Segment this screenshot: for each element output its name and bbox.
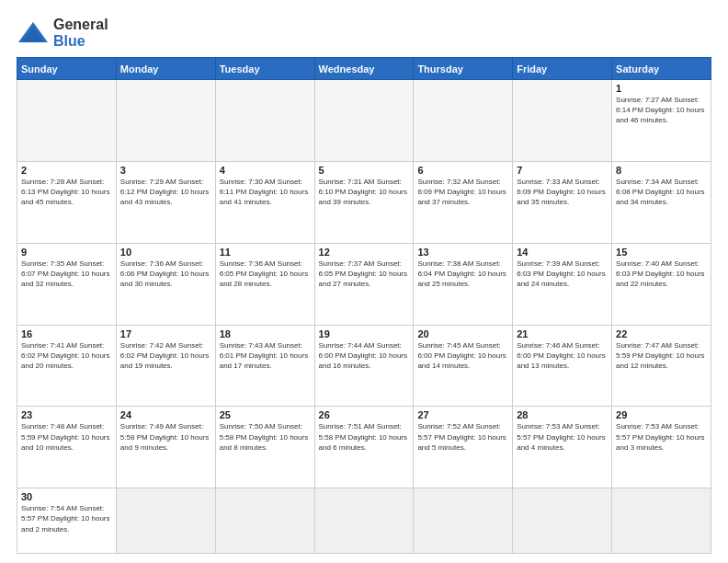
table-row: 23Sunrise: 7:48 AM Sunset: 5:59 PM Dayli… (17, 407, 117, 488)
day-number: 5 (319, 165, 410, 176)
table-row (513, 80, 612, 162)
table-row (215, 488, 314, 554)
table-row: 1Sunrise: 7:27 AM Sunset: 6:14 PM Daylig… (612, 80, 711, 162)
table-row: 25Sunrise: 7:50 AM Sunset: 5:58 PM Dayli… (215, 407, 314, 488)
day-number: 29 (616, 409, 707, 420)
day-info: Sunrise: 7:36 AM Sunset: 6:05 PM Dayligh… (220, 259, 311, 290)
table-row: 16Sunrise: 7:41 AM Sunset: 6:02 PM Dayli… (17, 325, 117, 407)
day-info: Sunrise: 7:54 AM Sunset: 5:57 PM Dayligh… (21, 503, 112, 534)
day-info: Sunrise: 7:43 AM Sunset: 6:01 PM Dayligh… (220, 340, 311, 372)
day-number: 22 (616, 328, 707, 339)
day-number: 21 (517, 328, 608, 339)
week-row: 1Sunrise: 7:27 AM Sunset: 6:14 PM Daylig… (17, 80, 711, 162)
logo-icon (17, 20, 50, 46)
day-info: Sunrise: 7:48 AM Sunset: 5:59 PM Dayligh… (21, 421, 112, 453)
table-row: 17Sunrise: 7:42 AM Sunset: 6:02 PM Dayli… (116, 325, 215, 407)
col-wednesday: Wednesday (314, 58, 414, 80)
day-info: Sunrise: 7:34 AM Sunset: 6:08 PM Dayligh… (616, 177, 707, 208)
table-row: 13Sunrise: 7:38 AM Sunset: 6:04 PM Dayli… (414, 243, 513, 325)
day-number: 16 (21, 328, 112, 339)
table-row: 22Sunrise: 7:47 AM Sunset: 5:59 PM Dayli… (612, 325, 711, 407)
table-row: 12Sunrise: 7:37 AM Sunset: 6:05 PM Dayli… (314, 243, 414, 325)
calendar-table: Sunday Monday Tuesday Wednesday Thursday… (17, 57, 711, 554)
day-info: Sunrise: 7:52 AM Sunset: 5:57 PM Dayligh… (417, 421, 508, 453)
day-number: 12 (319, 247, 410, 258)
logo: General Blue (17, 17, 108, 50)
day-number: 19 (319, 328, 410, 339)
day-info: Sunrise: 7:27 AM Sunset: 6:14 PM Dayligh… (616, 95, 707, 126)
day-number: 23 (21, 409, 112, 420)
table-row (513, 488, 612, 554)
page: General Blue Sunday Monday Tuesday Wedne… (0, 0, 728, 563)
day-number: 8 (616, 165, 707, 176)
day-info: Sunrise: 7:32 AM Sunset: 6:09 PM Dayligh… (417, 177, 508, 208)
day-info: Sunrise: 7:47 AM Sunset: 5:59 PM Dayligh… (616, 340, 707, 372)
table-row: 29Sunrise: 7:53 AM Sunset: 5:57 PM Dayli… (612, 407, 711, 488)
day-info: Sunrise: 7:46 AM Sunset: 6:00 PM Dayligh… (517, 340, 608, 372)
col-friday: Friday (513, 58, 612, 80)
day-number: 10 (120, 247, 211, 258)
table-row (116, 488, 215, 554)
table-row: 19Sunrise: 7:44 AM Sunset: 6:00 PM Dayli… (314, 325, 414, 407)
logo-text: General Blue (53, 17, 108, 50)
table-row: 30Sunrise: 7:54 AM Sunset: 5:57 PM Dayli… (17, 488, 117, 554)
day-info: Sunrise: 7:53 AM Sunset: 5:57 PM Dayligh… (616, 421, 707, 453)
col-saturday: Saturday (612, 58, 711, 80)
table-row (314, 80, 414, 162)
day-number: 28 (517, 409, 608, 420)
day-info: Sunrise: 7:42 AM Sunset: 6:02 PM Dayligh… (120, 340, 211, 372)
table-row: 8Sunrise: 7:34 AM Sunset: 6:08 PM Daylig… (612, 161, 711, 243)
table-row: 6Sunrise: 7:32 AM Sunset: 6:09 PM Daylig… (414, 161, 513, 243)
table-row (414, 488, 513, 554)
day-info: Sunrise: 7:30 AM Sunset: 6:11 PM Dayligh… (220, 177, 311, 208)
day-number: 13 (417, 247, 508, 258)
table-row: 2Sunrise: 7:28 AM Sunset: 6:13 PM Daylig… (17, 161, 117, 243)
table-row: 3Sunrise: 7:29 AM Sunset: 6:12 PM Daylig… (116, 161, 215, 243)
table-row: 26Sunrise: 7:51 AM Sunset: 5:58 PM Dayli… (314, 407, 414, 488)
day-info: Sunrise: 7:44 AM Sunset: 6:00 PM Dayligh… (319, 340, 410, 372)
table-row: 15Sunrise: 7:40 AM Sunset: 6:03 PM Dayli… (612, 243, 711, 325)
week-row: 9Sunrise: 7:35 AM Sunset: 6:07 PM Daylig… (17, 243, 711, 325)
day-number: 17 (120, 328, 211, 339)
day-number: 14 (517, 247, 608, 258)
table-row: 9Sunrise: 7:35 AM Sunset: 6:07 PM Daylig… (17, 243, 117, 325)
day-info: Sunrise: 7:49 AM Sunset: 5:58 PM Dayligh… (120, 421, 211, 453)
col-sunday: Sunday (17, 58, 117, 80)
table-row (215, 80, 314, 162)
table-row: 7Sunrise: 7:33 AM Sunset: 6:09 PM Daylig… (513, 161, 612, 243)
day-info: Sunrise: 7:39 AM Sunset: 6:03 PM Dayligh… (517, 259, 608, 290)
day-number: 20 (417, 328, 508, 339)
table-row: 27Sunrise: 7:52 AM Sunset: 5:57 PM Dayli… (414, 407, 513, 488)
day-number: 26 (319, 409, 410, 420)
day-info: Sunrise: 7:35 AM Sunset: 6:07 PM Dayligh… (21, 259, 112, 290)
day-info: Sunrise: 7:38 AM Sunset: 6:04 PM Dayligh… (417, 259, 508, 290)
table-row: 11Sunrise: 7:36 AM Sunset: 6:05 PM Dayli… (215, 243, 314, 325)
table-row: 18Sunrise: 7:43 AM Sunset: 6:01 PM Dayli… (215, 325, 314, 407)
table-row: 28Sunrise: 7:53 AM Sunset: 5:57 PM Dayli… (513, 407, 612, 488)
day-info: Sunrise: 7:50 AM Sunset: 5:58 PM Dayligh… (220, 421, 311, 453)
table-row: 20Sunrise: 7:45 AM Sunset: 6:00 PM Dayli… (414, 325, 513, 407)
table-row (414, 80, 513, 162)
day-number: 11 (220, 247, 311, 258)
day-info: Sunrise: 7:41 AM Sunset: 6:02 PM Dayligh… (21, 340, 112, 372)
day-info: Sunrise: 7:31 AM Sunset: 6:10 PM Dayligh… (319, 177, 410, 208)
week-row: 2Sunrise: 7:28 AM Sunset: 6:13 PM Daylig… (17, 161, 711, 243)
table-row: 10Sunrise: 7:36 AM Sunset: 6:06 PM Dayli… (116, 243, 215, 325)
header: General Blue (17, 17, 711, 50)
day-info: Sunrise: 7:51 AM Sunset: 5:58 PM Dayligh… (319, 421, 410, 453)
day-info: Sunrise: 7:40 AM Sunset: 6:03 PM Dayligh… (616, 259, 707, 290)
table-row: 24Sunrise: 7:49 AM Sunset: 5:58 PM Dayli… (116, 407, 215, 488)
day-number: 3 (120, 165, 211, 176)
calendar-header-row: Sunday Monday Tuesday Wednesday Thursday… (17, 58, 711, 80)
table-row: 14Sunrise: 7:39 AM Sunset: 6:03 PM Dayli… (513, 243, 612, 325)
day-number: 30 (21, 491, 112, 502)
table-row (314, 488, 414, 554)
day-info: Sunrise: 7:28 AM Sunset: 6:13 PM Dayligh… (21, 177, 112, 208)
day-info: Sunrise: 7:29 AM Sunset: 6:12 PM Dayligh… (120, 177, 211, 208)
day-info: Sunrise: 7:37 AM Sunset: 6:05 PM Dayligh… (319, 259, 410, 290)
week-row: 30Sunrise: 7:54 AM Sunset: 5:57 PM Dayli… (17, 488, 711, 554)
day-number: 15 (616, 247, 707, 258)
day-info: Sunrise: 7:53 AM Sunset: 5:57 PM Dayligh… (517, 421, 608, 453)
table-row: 4Sunrise: 7:30 AM Sunset: 6:11 PM Daylig… (215, 161, 314, 243)
day-info: Sunrise: 7:45 AM Sunset: 6:00 PM Dayligh… (417, 340, 508, 372)
